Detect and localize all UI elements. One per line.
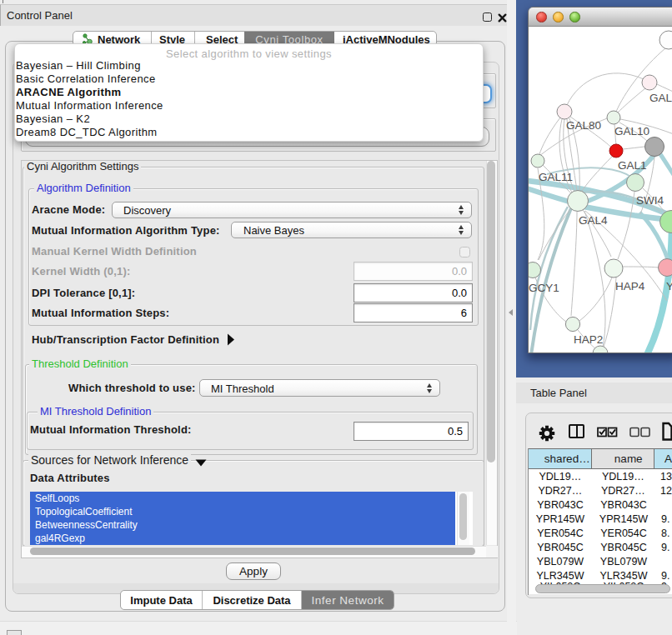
svg-text:HAP4: HAP4 — [615, 280, 645, 292]
svg-text:GAL1: GAL1 — [618, 159, 647, 172]
svg-text:GAL10: GAL10 — [614, 125, 649, 138]
svg-text:HAP2: HAP2 — [574, 333, 603, 346]
svg-text:GAL11: GAL11 — [539, 171, 573, 183]
svg-text:GCY1: GCY1 — [529, 282, 559, 294]
svg-text:GAL80: GAL80 — [566, 119, 601, 132]
svg-text:SWI4: SWI4 — [636, 194, 664, 207]
svg-text:GAL: GAL — [649, 92, 672, 104]
svg-text:GAL4: GAL4 — [579, 214, 608, 227]
svg-text:Y: Y — [666, 280, 672, 292]
